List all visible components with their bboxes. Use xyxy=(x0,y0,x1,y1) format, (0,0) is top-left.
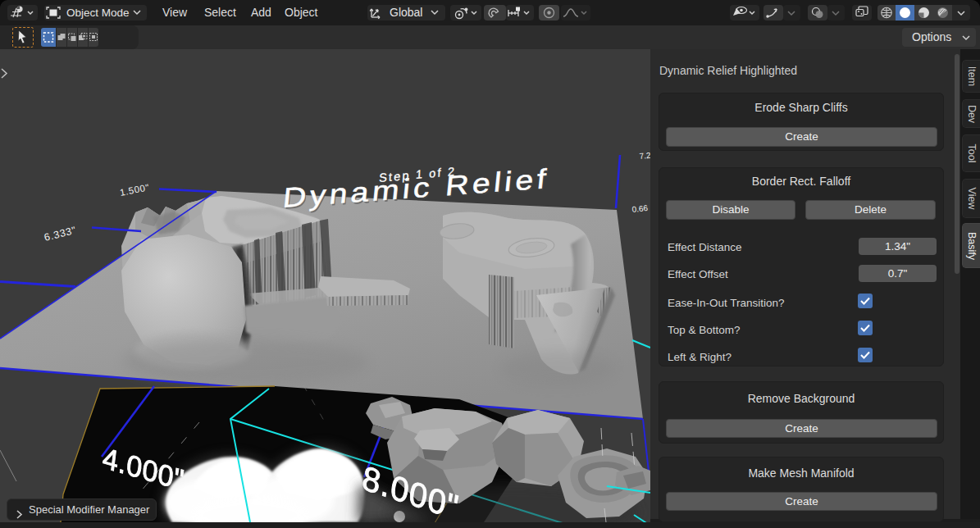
svg-text:7.2: 7.2 xyxy=(639,151,650,161)
svg-text:0.66: 0.66 xyxy=(631,203,649,214)
